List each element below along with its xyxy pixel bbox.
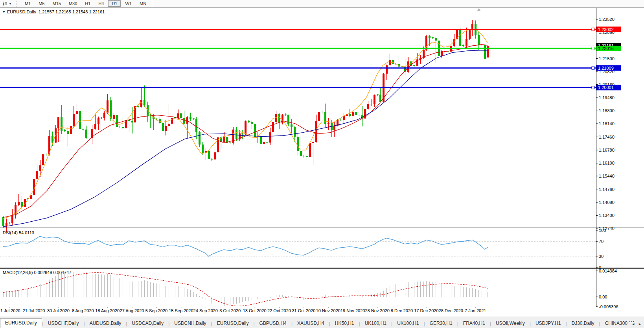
candle-body (333, 126, 335, 130)
macd-axis-label: -0.005396 (599, 304, 618, 309)
candle-body (266, 142, 268, 143)
candle-body (94, 124, 96, 129)
candle-body (101, 118, 103, 118)
date-tick-label: 10 Nov 2020 (316, 308, 340, 313)
date-tick-label: 11 Jul 2020 (0, 308, 20, 313)
date-tick-label: 19 Nov 2020 (340, 308, 365, 313)
symbol-tab-usdjpy-h1[interactable]: USDJPY,H1 (531, 319, 565, 328)
candle-body (248, 121, 250, 122)
symbol-tab-usdcad-daily[interactable]: USDCAD,Daily (127, 319, 168, 328)
price-tick-label: 1.18800 (599, 108, 615, 113)
symbol-tab-fra40-h1[interactable]: FRA40,H1 (458, 319, 490, 328)
symbol-tab-hk50-h1[interactable]: HK50,H1 (330, 319, 359, 328)
candle-body (432, 37, 434, 38)
candle-body (275, 114, 277, 122)
candle-body (282, 115, 283, 123)
candle-body (57, 117, 59, 128)
candle-body (459, 30, 461, 46)
candle-body (291, 124, 293, 127)
candle-body (318, 112, 320, 121)
date-tick-label: 7 Jan 2021 (465, 308, 486, 313)
candle-body (82, 129, 84, 130)
candle-body (269, 132, 271, 143)
candle-body (223, 137, 225, 142)
symbol-tab-uk100-h1[interactable]: UK100,H1 (360, 319, 391, 328)
candle-body (162, 123, 164, 131)
candle-body (186, 117, 188, 124)
candle-body (236, 130, 237, 139)
symbol-tab-uk100-h1[interactable]: UK100,H1 (392, 319, 423, 328)
candle-body (64, 130, 66, 131)
tab-scroll-right-icon[interactable]: ► (638, 322, 642, 326)
candle-body (370, 104, 372, 104)
price-tick-label: 1.23520 (599, 17, 615, 22)
candle-body (190, 117, 191, 119)
candle-body (85, 130, 87, 139)
candle-body (481, 45, 483, 45)
chart-canvas[interactable]: 1.235201.228601.215001.208201.201601.194… (0, 0, 644, 316)
price-tick-label: 1.19480 (599, 95, 615, 100)
candle-body (42, 154, 44, 166)
rsi-axis-label: 100 (599, 228, 606, 233)
symbol-tab-bar: EURUSD,Daily|USDCHF,Daily|AUDUSD,Daily|U… (0, 316, 644, 328)
candle-body (245, 121, 247, 134)
macd-axis-label: 0.014384 (599, 269, 617, 273)
candle-body (358, 115, 360, 115)
tab-scroll-left-icon[interactable]: ◄ (631, 322, 635, 326)
candle-body (193, 119, 195, 119)
candle-body (67, 131, 69, 134)
trading-terminal: ▼ M1M5M15M30H1H4D1W1MN 1.235201.228601.2… (0, 0, 644, 328)
candle-body (392, 60, 394, 64)
hline-handle[interactable] (592, 86, 594, 89)
candle-body (352, 112, 354, 116)
symbol-tab-xauusd-h4[interactable]: XAUUSD,H4 (293, 319, 329, 328)
date-tick-label: 5 Sep 2020 (145, 308, 167, 313)
candle-body (45, 154, 47, 154)
symbol-tab-usdcnh-daily[interactable]: USDCNH,Daily (169, 319, 211, 328)
symbol-tab-eurusd-daily[interactable]: EURUSD,Daily (0, 319, 42, 328)
candle-body (306, 156, 308, 157)
candle-body (355, 112, 357, 115)
candle-body (263, 142, 265, 144)
candle-body (113, 115, 115, 119)
candle-body (208, 151, 210, 159)
date-tick-label: 30 Jul 2020 (47, 308, 70, 313)
candle-body (18, 202, 20, 205)
candle-body (312, 142, 314, 143)
symbol-tab-usdchf-daily[interactable]: USDCHF,Daily (43, 319, 84, 328)
tab-scroll-arrows: ◄► (627, 322, 643, 326)
candle-body (367, 104, 369, 109)
candle-body (131, 121, 133, 122)
symbol-tab-ger30-h1[interactable]: GER30,H1 (425, 319, 457, 328)
candle-body (180, 113, 182, 117)
candle-body (241, 133, 243, 134)
date-tick-label: 31 Oct 2020 (292, 308, 315, 313)
price-label-text: 1.21009 (598, 66, 614, 70)
price-tick-label: 1.21500 (599, 56, 615, 61)
symbol-tab-gbpusd-h4[interactable]: GBPUSD,H4 (255, 319, 291, 328)
candle-body (39, 165, 41, 171)
candle-body (386, 65, 388, 74)
candle-body (70, 126, 72, 134)
candle-body (11, 215, 13, 223)
price-label-text: 1.23002 (598, 27, 614, 32)
hline-handle[interactable] (592, 67, 594, 69)
hline-handle[interactable] (592, 47, 594, 50)
symbol-tab-eurusd-daily[interactable]: EURUSD,Daily (212, 319, 254, 328)
candle-body (171, 118, 173, 124)
candle-body (425, 36, 427, 49)
candle-body (469, 30, 471, 39)
price-tick-label: 1.14760 (599, 187, 615, 192)
candle-body (300, 151, 302, 156)
symbol-tab-audusd-daily[interactable]: AUDUSD,Daily (85, 319, 126, 328)
date-tick-label: 21 Jul 2020 (23, 308, 45, 313)
candle-body (478, 35, 480, 45)
candle-body (309, 143, 311, 157)
candle-body (137, 106, 139, 107)
symbol-tab-dj30-daily[interactable]: DJ30,Daily (567, 319, 599, 328)
hline-handle[interactable] (592, 28, 594, 31)
candle-body (343, 116, 345, 120)
candle-body (297, 137, 299, 151)
candle-body (435, 38, 437, 41)
symbol-tab-usoil-weekly[interactable]: USOil,Weekly (491, 319, 530, 328)
